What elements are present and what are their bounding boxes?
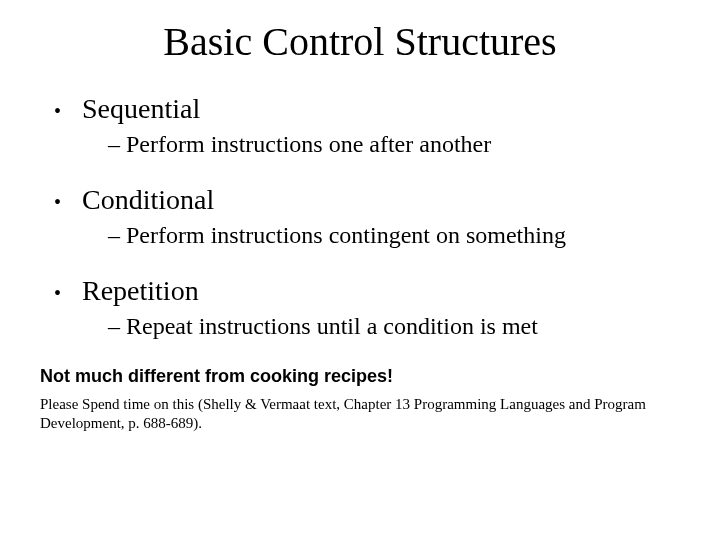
slide: Basic Control Structures • Sequential – … <box>0 0 720 540</box>
sub-bullet-label: Repeat instructions until a condition is… <box>126 313 538 340</box>
list-item: • Conditional – Perform instructions con… <box>54 184 680 249</box>
bullet-level-1: • Conditional <box>54 184 680 216</box>
bullet-list: • Sequential – Perform instructions one … <box>54 93 680 340</box>
sub-bullet-label: Perform instructions contingent on somet… <box>126 222 566 249</box>
note-reference: Please Spend time on this (Shelly & Verm… <box>40 395 680 433</box>
bullet-level-1: • Sequential <box>54 93 680 125</box>
sub-bullet-label: Perform instructions one after another <box>126 131 491 158</box>
bullet-marker: • <box>54 279 82 307</box>
list-item: • Sequential – Perform instructions one … <box>54 93 680 158</box>
bullet-label: Sequential <box>82 93 200 125</box>
dash-marker: – <box>108 222 126 249</box>
sub-list: – Repeat instructions until a condition … <box>108 313 680 340</box>
list-item: – Perform instructions one after another <box>108 131 680 158</box>
bullet-label: Conditional <box>82 184 214 216</box>
bullet-label: Repetition <box>82 275 199 307</box>
sub-list: – Perform instructions contingent on som… <box>108 222 680 249</box>
sub-list: – Perform instructions one after another <box>108 131 680 158</box>
bullet-marker: • <box>54 188 82 216</box>
dash-marker: – <box>108 313 126 340</box>
slide-title: Basic Control Structures <box>40 18 680 65</box>
dash-marker: – <box>108 131 126 158</box>
list-item: – Perform instructions contingent on som… <box>108 222 680 249</box>
list-item: • Repetition – Repeat instructions until… <box>54 275 680 340</box>
note-emphasis: Not much different from cooking recipes! <box>40 366 680 387</box>
bullet-level-1: • Repetition <box>54 275 680 307</box>
list-item: – Repeat instructions until a condition … <box>108 313 680 340</box>
bullet-marker: • <box>54 97 82 125</box>
